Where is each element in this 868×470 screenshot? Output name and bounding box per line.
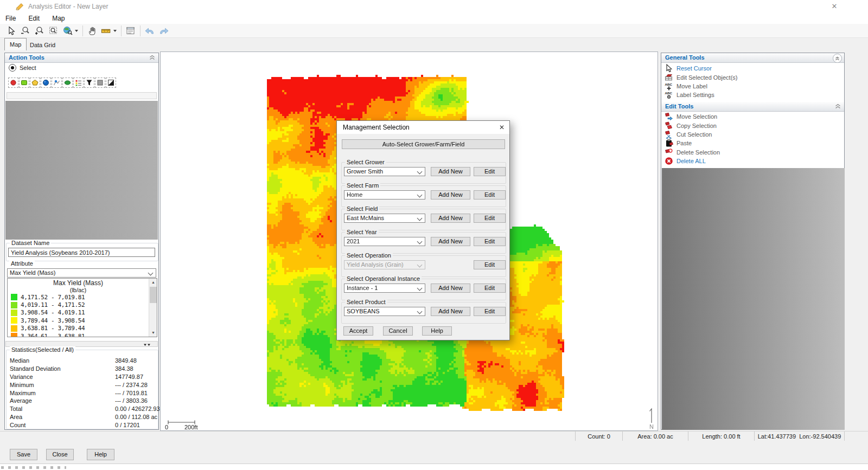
collapse-chevron-icon[interactable]: [833, 54, 842, 63]
status-spacer: [844, 432, 868, 441]
status-spacer: [0, 432, 575, 441]
label-settings-item[interactable]: ABCLabel Settings: [661, 91, 844, 99]
statistics-row: Count0 / 17201: [10, 421, 156, 429]
add-new-button[interactable]: Add New: [431, 284, 470, 293]
select-polygon-icon[interactable]: [30, 78, 40, 88]
add-new-button[interactable]: Add New: [431, 190, 470, 199]
menu-map[interactable]: Map: [47, 13, 70, 22]
edit-button[interactable]: Edit: [474, 307, 506, 316]
dialog-close-icon[interactable]: ✕: [497, 123, 507, 132]
delete-selection-item[interactable]: Delete Selection: [661, 148, 844, 157]
select-rectangle-icon[interactable]: [19, 78, 29, 88]
auto-select-button[interactable]: Auto-Select Grower/Farm/Field: [342, 139, 505, 149]
toolbar-separator: [140, 25, 141, 36]
add-new-button[interactable]: Add New: [431, 307, 470, 316]
zoom-in-icon[interactable]: [33, 25, 47, 37]
zoom-out-icon[interactable]: [18, 25, 33, 37]
zoom-window-icon[interactable]: [47, 25, 61, 37]
undo-icon[interactable]: [143, 25, 157, 37]
accept-button[interactable]: Accept: [343, 326, 373, 336]
select-ellipse-icon[interactable]: [62, 78, 73, 88]
splitter-collapse-icon[interactable]: [143, 342, 153, 349]
statistics-row: Maximum--- / 7019.81: [10, 389, 156, 397]
dialog-title-bar[interactable]: Management Selection ✕: [337, 121, 509, 134]
select-filter-icon[interactable]: [84, 78, 94, 88]
select-operational-instance-combo[interactable]: Instance - 1: [344, 284, 425, 293]
select-field-combo[interactable]: East McMains: [344, 214, 425, 223]
select-radio[interactable]: [9, 64, 16, 72]
move-selection-icon: [665, 112, 673, 121]
cut-selection-item[interactable]: Cut Selection: [661, 130, 844, 139]
select-invert-icon[interactable]: [106, 78, 116, 88]
legend-entry[interactable]: 3,789.44 - 3,908.54: [8, 317, 149, 324]
dialog-help-button[interactable]: Help: [422, 326, 452, 336]
scroll-up-icon[interactable]: ▲: [149, 279, 157, 286]
dialog-title: Management Selection: [343, 124, 410, 131]
select-product-combo[interactable]: SOYBEANS: [344, 307, 425, 316]
legend-entry[interactable]: 3,638.81 - 3,789.44: [8, 325, 149, 332]
legend-range: 3,638.81 - 3,789.44: [21, 325, 85, 332]
legend-entry[interactable]: 3,908.54 - 4,019.11: [8, 309, 149, 317]
dropdown-caret-icon[interactable]: [75, 30, 78, 32]
select-farm-combo[interactable]: Home: [344, 190, 425, 199]
group-select-operational-instance: Select Operational InstanceInstance - 1A…: [341, 279, 506, 300]
edit-button[interactable]: Edit: [474, 260, 506, 269]
scroll-down-icon[interactable]: ▼: [149, 329, 157, 337]
scroll-thumb[interactable]: [150, 287, 157, 303]
select-year-combo[interactable]: 2021: [344, 237, 425, 246]
add-new-button[interactable]: Add New: [431, 214, 470, 223]
help-button[interactable]: Help: [87, 449, 114, 460]
cancel-button[interactable]: Cancel: [383, 326, 413, 336]
reset-cursor-item[interactable]: Reset Cursor: [661, 64, 844, 73]
dataset-name-input[interactable]: Yield Analysis (Soybeans 2010-2017): [8, 248, 155, 257]
menu-file[interactable]: File: [0, 13, 21, 22]
edit-button[interactable]: Edit: [474, 214, 506, 223]
redo-icon[interactable]: [157, 25, 171, 37]
measure-ruler-icon[interactable]: [99, 25, 113, 37]
edit-button[interactable]: Edit: [474, 284, 506, 293]
collapse-chevron-icon[interactable]: [835, 104, 841, 110]
select-point-icon[interactable]: [8, 78, 18, 88]
print-layout-icon[interactable]: [124, 25, 138, 37]
add-new-button[interactable]: Add New: [431, 167, 470, 176]
pan-hand-icon[interactable]: [85, 25, 99, 37]
edit-button[interactable]: Edit: [474, 167, 506, 176]
attribute-combo[interactable]: Max Yield (Mass): [7, 268, 156, 278]
status-bar: Count: 0Area: 0.00 acLength: 0.00 ftLat:…: [0, 431, 868, 441]
stat-value: 0.00 / 112.08 ac: [115, 414, 157, 420]
select-legend-icon[interactable]: [73, 78, 84, 88]
edit-tools-list: Move SelectionCopy SelectionCut Selectio…: [661, 112, 844, 165]
dropdown-caret-icon[interactable]: [113, 30, 117, 32]
edit-selected-object-item[interactable]: Edit Selected Object(s): [661, 73, 844, 81]
move-label-item[interactable]: ABCMove Label: [661, 82, 844, 91]
legend-entry[interactable]: 4,171.52 - 7,019.81: [8, 293, 149, 301]
tab-data-grid[interactable]: Data Grid: [25, 40, 60, 50]
edit-button[interactable]: Edit: [474, 237, 506, 246]
group-label: Select Grower: [345, 159, 386, 165]
delete-all-item[interactable]: Delete ALL: [661, 157, 844, 165]
group-select-year: Select Year2021Add NewEdit: [341, 232, 506, 254]
tab-map[interactable]: Map: [4, 38, 27, 50]
legend-entry[interactable]: 4,019.11 - 4,171.52: [8, 301, 149, 308]
select-circle-icon[interactable]: [41, 78, 51, 88]
select-region-icon[interactable]: [95, 78, 105, 88]
menu-edit[interactable]: Edit: [23, 13, 45, 22]
select-line-icon[interactable]: [52, 78, 62, 88]
window-close-icon[interactable]: ✕: [828, 2, 840, 11]
collapse-chevron-icon[interactable]: [149, 55, 155, 61]
copy-selection-item[interactable]: Copy Selection: [661, 121, 844, 130]
close-button[interactable]: Close: [46, 449, 74, 460]
move-selection-item[interactable]: Move Selection: [661, 112, 844, 121]
label-settings-icon: ABC: [665, 91, 673, 99]
selection-tool-row: [8, 78, 116, 88]
select-grower-combo[interactable]: Grower Smith: [344, 167, 425, 176]
add-new-button[interactable]: Add New: [431, 237, 470, 246]
paste-item[interactable]: Paste: [661, 139, 844, 147]
select-cursor-icon[interactable]: [4, 25, 18, 37]
zoom-extent-globe-icon[interactable]: [61, 25, 75, 37]
edit-button[interactable]: Edit: [474, 190, 506, 199]
legend-scrollbar[interactable]: ▲ ▼: [149, 279, 157, 337]
legend-entry[interactable]: 3,364.61 - 3,638.81: [8, 332, 149, 337]
save-button[interactable]: Save: [10, 449, 37, 460]
legend-rows: 4,171.52 - 7,019.814,019.11 - 4,171.523,…: [8, 293, 149, 337]
